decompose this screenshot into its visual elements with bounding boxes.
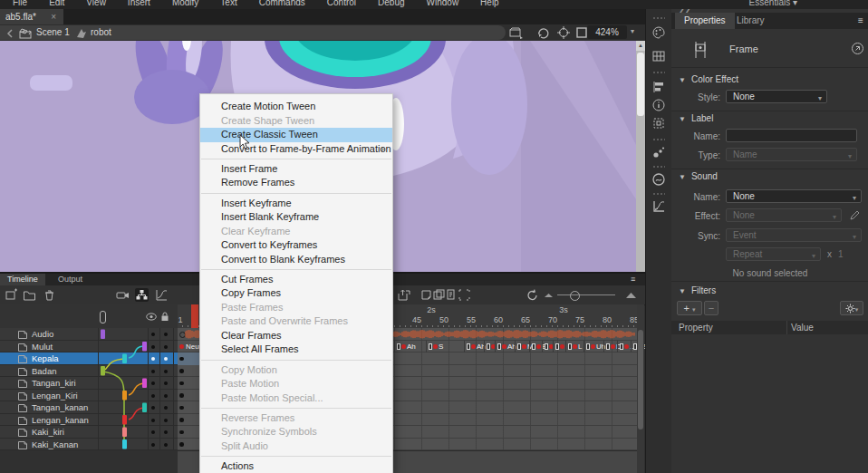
layer-lock-dot[interactable] [164,394,168,398]
menu-modify[interactable]: Modify [172,0,198,7]
loop-icon[interactable] [526,288,539,302]
hollow-keyframe[interactable] [497,343,501,350]
zoom-out-tri-icon[interactable] [542,288,555,302]
workspace-switcher[interactable]: Essentials ▾ [749,0,797,7]
keyframe-dot[interactable] [179,393,184,398]
context-menu-item-convert-to-keyframes[interactable]: Convert to Keyframes [200,238,392,253]
hollow-keyframe[interactable] [606,343,610,350]
layer-visibility-dot[interactable] [151,443,155,447]
layer-row-tangan-kanan[interactable]: Tangan_kanan [0,401,178,414]
zoom-slider[interactable] [557,294,615,295]
hollow-keyframe[interactable] [620,343,623,350]
keyframe-dot[interactable] [179,430,184,435]
layer-visibility-dot[interactable] [151,370,155,373]
sound-sync-dropdown[interactable]: Event▾ [726,228,862,242]
parenting-view-icon[interactable] [135,288,149,302]
keyframe-dot[interactable] [611,344,615,349]
edit-multiple-frames-icon[interactable] [445,288,458,302]
layer-visibility-dot[interactable] [151,406,155,410]
swatches-icon[interactable] [651,49,666,63]
keyframe-dot[interactable] [179,381,184,386]
collapse-triangle-icon[interactable]: ▼ [679,287,686,295]
layer-lock-dot[interactable] [164,443,168,447]
timeline-vertical-scrollbar[interactable] [637,304,644,473]
layer-name[interactable]: Kaki_Kanan [32,439,78,449]
layer-name[interactable]: Badan [32,366,56,376]
keyframe-dot[interactable] [536,344,541,349]
layer-row-kepala[interactable]: Kepala [0,352,178,365]
keyframe-dot[interactable] [591,344,595,349]
keyframe-dot[interactable] [179,406,184,410]
section-filters[interactable]: ▼Filters [679,285,716,295]
label-type-dropdown[interactable]: Name▾ [726,148,857,161]
new-folder-icon[interactable] [23,288,36,302]
layer-visibility-dot[interactable] [151,381,155,385]
clip-menu-icon[interactable] [509,25,524,40]
context-menu-item-clear-keyframe[interactable]: Clear Keyframe [200,225,392,239]
hollow-keyframe[interactable] [532,343,535,350]
context-menu-item-split-audio[interactable]: Split Audio [200,439,392,454]
hollow-keyframe[interactable] [555,343,559,350]
context-menu-item-select-all-frames[interactable]: Select All Frames [200,343,392,357]
repeat-count-field[interactable]: 1 [838,249,844,259]
tab-library[interactable]: Library [728,13,774,29]
palette-icon[interactable] [651,25,666,40]
zoom-caret-icon[interactable]: ▾ [631,27,634,35]
context-menu-item-create-classic-tween[interactable]: Create Classic Tween [200,128,392,142]
motion-graph-icon[interactable] [651,199,666,214]
zoom-slider-knob[interactable] [570,291,580,301]
back-chevron-icon[interactable] [4,26,18,41]
sound-repeat-dropdown[interactable]: Repeat▾ [726,247,821,261]
menu-insert[interactable]: Insert [128,0,150,7]
menu-control[interactable]: Control [327,0,356,7]
context-menu-item-remove-frames[interactable]: Remove Frames [200,176,392,190]
layer-row-lengan-kiri[interactable]: Lengan_Kiri [0,390,178,402]
graph-view-icon[interactable] [155,288,169,302]
layer-lock-dot[interactable] [164,419,168,422]
context-menu-item-copy-motion[interactable]: Copy Motion [200,363,392,378]
panel-menu-icon[interactable]: ≡ [849,13,868,29]
layer-lock-dot[interactable] [164,430,168,434]
remove-filter-button[interactable]: − [704,301,719,315]
layer-row-tangan-kiri[interactable]: Tangan_kiri [0,377,178,390]
layer-name[interactable]: Tangan_kiri [32,378,76,388]
layer-lock-dot[interactable] [164,406,168,410]
keyframe-dot[interactable] [624,344,629,349]
layer-name[interactable]: Tangan_kanan [32,402,88,412]
keyframe-dot[interactable] [401,344,406,349]
label-name-input[interactable] [726,129,857,142]
canvas-vertical-scrollbar[interactable]: ▲ [636,41,645,272]
eye-icon[interactable] [146,313,157,321]
context-menu-item-paste-motion-special[interactable]: Paste Motion Special... [200,391,392,406]
center-stage-icon[interactable] [556,25,571,40]
outline-color-icon[interactable] [99,310,107,324]
hollow-keyframe[interactable] [487,343,490,350]
layer-name[interactable]: Lengan_Kiri [32,391,78,401]
layer-row-lengan-kanan[interactable]: Lengan_kanan [0,414,178,427]
section-sound[interactable]: ▼Sound [679,171,718,181]
collapse-triangle-icon[interactable]: ▼ [679,173,686,181]
layer-lock-dot[interactable] [164,381,168,385]
layer-name[interactable]: Lengan_kanan [32,415,89,425]
camera-icon[interactable] [116,288,130,302]
layer-name[interactable]: Kepala [32,353,59,363]
breadcrumb-scene[interactable]: Scene 1 [36,25,70,40]
keyframe-dot[interactable] [502,344,506,349]
context-menu-item-reverse-frames[interactable]: Reverse Frames [200,411,392,426]
layer-name[interactable]: Audio [32,329,53,339]
hollow-keyframe[interactable] [429,343,432,350]
export-icon[interactable] [397,288,410,302]
layer-name[interactable]: Mulut [32,342,53,352]
zoom-in-tri-icon[interactable] [624,288,638,302]
layer-lock-dot[interactable] [164,370,168,373]
layer-visibility-dot[interactable] [151,345,155,349]
creative-cloud-icon[interactable] [651,172,666,187]
layer-lock-dot[interactable] [164,357,168,361]
document-tab[interactable]: ab5.fla* × [0,9,63,24]
context-menu-item-copy-frames[interactable]: Copy Frames [200,286,392,301]
keyframe-dot[interactable] [179,357,184,362]
context-menu-item-create-motion-tween[interactable]: Create Motion Tween [200,100,392,114]
filter-options-button[interactable]: ▾ [840,301,863,315]
style-dropdown[interactable]: None▾ [726,90,827,103]
layer-visibility-dot[interactable] [151,419,155,422]
